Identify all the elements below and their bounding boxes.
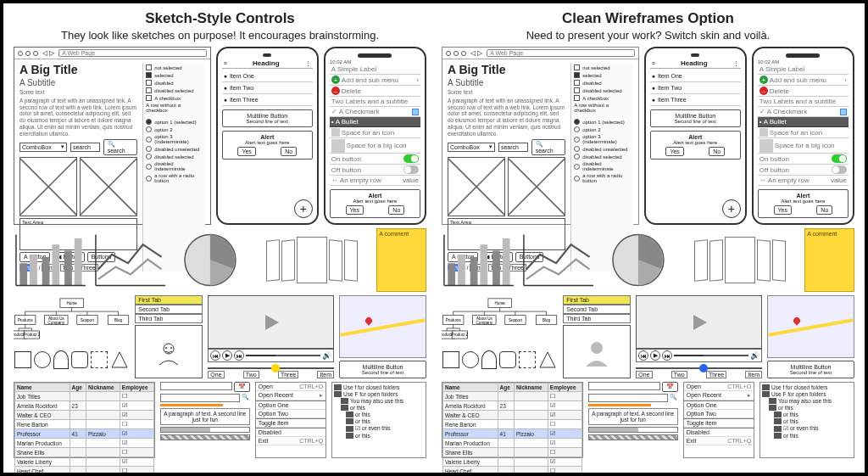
volume-icon[interactable]: 🔊 — [750, 351, 760, 360]
volume-icon[interactable]: 🔊 — [322, 351, 331, 360]
vertical-tabs[interactable]: First Tab Second Tab Third Tab — [135, 295, 203, 323]
search-input[interactable]: search — [498, 143, 528, 152]
tree-item[interactable]: or this — [762, 405, 852, 412]
multiline-button[interactable]: Multiline Button Second line of text — [222, 109, 313, 127]
menu-item[interactable]: Option One — [684, 401, 754, 410]
tree-item[interactable]: or this — [762, 433, 852, 440]
data-table[interactable]: NameAgeNicknameEmployeeJob Titles☐Amelia… — [14, 382, 155, 458]
tree-item[interactable]: Use f for closed folders — [334, 384, 424, 391]
table-row[interactable]: Amelia Rockford23☑ — [15, 401, 154, 411]
date-field[interactable] — [160, 382, 232, 390]
yes-button[interactable]: Yes — [346, 205, 364, 215]
segmented[interactable]: OneTwoThreeItem — [208, 371, 334, 378]
list-row[interactable]: ✓A Checkmark — [330, 107, 420, 117]
context-menu[interactable]: OpenCTRL+OOpen Recent▸Option OneOption T… — [255, 382, 326, 458]
fab-add[interactable]: + — [722, 199, 741, 218]
data-table[interactable]: NameAgeNicknameEmployeeJob Titles☐Amelia… — [442, 382, 583, 458]
tree-item[interactable]: Use f for closed folders — [762, 384, 852, 391]
no-button[interactable]: No — [816, 205, 832, 215]
fab-add[interactable]: + — [294, 199, 313, 218]
table-row[interactable]: Amelia Rockford23☑ — [443, 401, 582, 411]
table-row[interactable]: Valerie Liberty☑ — [443, 457, 582, 467]
table-row[interactable]: Professor41Pizzaio☑ — [15, 429, 154, 439]
tree-item[interactable]: ☑ or even this — [762, 425, 852, 433]
tree-item[interactable]: Use F for open folders — [762, 391, 852, 398]
table-row[interactable]: Shane Ellis☐ — [15, 448, 154, 457]
prev-icon[interactable]: ⏮ — [210, 350, 220, 361]
window-dot[interactable] — [25, 51, 31, 56]
menu-icon[interactable]: ≡ — [652, 60, 655, 66]
list-item[interactable]: ●Item One — [222, 70, 313, 82]
menu-item[interactable]: Option Two — [256, 410, 326, 418]
no-button[interactable]: No — [281, 147, 297, 156]
progress-slider[interactable] — [674, 355, 748, 356]
col-header[interactable]: Employee — [548, 384, 581, 392]
table-row[interactable]: Marian Production☑ — [15, 439, 154, 448]
progress-slider[interactable] — [246, 355, 320, 356]
list-item[interactable]: ●Item Three — [650, 94, 741, 106]
list-row[interactable]: •A Bullet — [758, 117, 849, 127]
menu-item[interactable]: Option Two — [684, 410, 754, 418]
kebab-icon[interactable]: ⋮ — [733, 60, 739, 67]
combobox[interactable]: ComboBox▾ — [448, 143, 495, 152]
table-row[interactable]: Head Chef☐ — [15, 467, 154, 476]
tree-view[interactable]: Use f for closed foldersUse F for open f… — [760, 382, 854, 458]
menu-item[interactable]: Open Recent▸ — [256, 391, 326, 400]
list-row[interactable]: –Delete — [330, 86, 420, 97]
next-icon[interactable]: ⏭ — [662, 350, 672, 361]
tree-item[interactable]: or this — [762, 418, 852, 425]
search-button[interactable]: 🔍 search — [531, 139, 566, 155]
col-header[interactable]: Age — [498, 384, 514, 392]
tree-item[interactable]: or this — [334, 433, 424, 440]
menu-item[interactable]: OpenCTRL+O — [256, 383, 326, 391]
col-header[interactable]: Employee — [120, 384, 153, 392]
yes-button[interactable]: Yes — [237, 147, 255, 156]
tree-item[interactable]: or this — [334, 418, 424, 425]
date-field[interactable] — [588, 382, 660, 390]
col-header[interactable]: Nickname — [86, 384, 120, 392]
search-button[interactable]: 🔍 search — [103, 139, 138, 155]
menu-item[interactable]: Option One — [256, 401, 326, 410]
kebab-icon[interactable]: ⋮ — [305, 60, 311, 67]
table-row[interactable]: Job Titles☐ — [443, 392, 582, 401]
table-row[interactable]: Walter & CEO☑ — [15, 411, 154, 420]
menu-item[interactable]: Toggle item — [256, 419, 326, 428]
menu-item[interactable]: Toggle item — [684, 419, 754, 428]
calendar-icon[interactable]: 📅 — [234, 382, 250, 392]
map[interactable] — [767, 295, 854, 358]
list-row[interactable]: ↔An empty rowvalue — [758, 176, 849, 186]
tree-item[interactable]: Use F for open folders — [334, 391, 424, 398]
menu-icon[interactable]: ≡ — [224, 60, 227, 66]
combobox[interactable]: ComboBox▾ — [19, 143, 67, 152]
menu-item[interactable]: Disabled — [684, 428, 754, 437]
video-player[interactable]: ⏮ ▶ ⏭ 🔊 OneTwoThreeItem — [208, 295, 334, 378]
multiline-button[interactable]: Multiline ButtonSecond line of text — [767, 361, 854, 378]
menu-item[interactable]: ExitCTRL+Q — [684, 437, 754, 445]
context-menu[interactable]: OpenCTRL+OOpen Recent▸Option OneOption T… — [683, 382, 754, 458]
col-header[interactable]: Age — [70, 384, 86, 392]
menu-item[interactable]: OpenCTRL+O — [684, 383, 754, 391]
list-row[interactable]: Space for an icon — [758, 127, 849, 138]
list-row[interactable]: +Add and sub menu› — [330, 75, 420, 86]
window-dot[interactable] — [18, 51, 23, 56]
list-row[interactable]: On button — [330, 154, 420, 165]
col-header[interactable]: Nickname — [514, 384, 548, 392]
list-item[interactable]: ●Item Three — [222, 94, 313, 106]
menu-item[interactable]: Disabled — [256, 428, 326, 437]
window-dot[interactable] — [33, 51, 38, 56]
url-bar[interactable]: A Web Page — [58, 49, 206, 57]
no-button[interactable]: No — [388, 205, 404, 215]
play-icon[interactable]: ▶ — [222, 350, 232, 361]
calendar-icon[interactable]: 📅 — [662, 382, 678, 392]
list-item[interactable]: ●Item One — [650, 70, 741, 82]
coverflow[interactable] — [681, 228, 800, 292]
list-row[interactable]: Two Labels and a subtitle — [330, 97, 420, 107]
list-row[interactable]: A Simple Label — [330, 64, 420, 75]
map[interactable] — [339, 295, 426, 358]
switch-off[interactable] — [403, 165, 419, 174]
table-row[interactable]: Valerie Liberty☑ — [15, 457, 154, 467]
window-dot[interactable] — [446, 51, 451, 56]
table-row[interactable]: Rene Barton☐ — [443, 420, 582, 429]
switch-on[interactable] — [403, 154, 419, 163]
list-row[interactable]: Space for a big icon — [330, 138, 420, 154]
